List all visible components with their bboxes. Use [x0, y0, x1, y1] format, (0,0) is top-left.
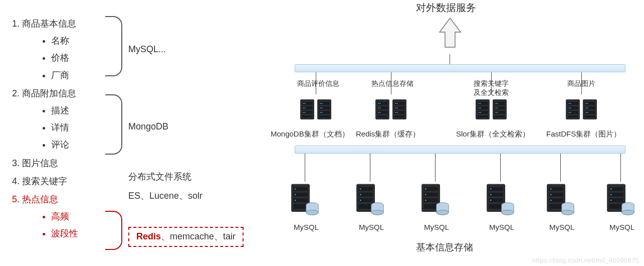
svg-point-26 [379, 103, 380, 104]
db-label: MySQL [419, 223, 454, 231]
svg-point-20 [320, 112, 321, 113]
cluster-sub-label: Slor集群（全文检索） [456, 129, 530, 139]
cluster-sub-label: Redis集群（缓存） [356, 129, 420, 139]
svg-point-18 [321, 107, 322, 108]
db-server-icon [355, 181, 385, 222]
svg-point-3 [303, 103, 304, 104]
db-server-icon [605, 181, 635, 222]
outline-sub: 高频 [51, 208, 225, 225]
svg-point-40 [396, 107, 397, 108]
arch-top-title: 对外数据服务 [416, 1, 476, 15]
svg-point-138 [562, 210, 574, 215]
db-server-icon [485, 181, 515, 222]
svg-point-103 [360, 194, 361, 195]
connector-line [305, 154, 305, 182]
db-server-icon [290, 181, 320, 222]
svg-point-75 [568, 112, 569, 113]
svg-point-86 [585, 112, 586, 113]
svg-rect-33 [377, 115, 388, 118]
watermark: https://blog.csdn.net/m0_46090675 [532, 256, 639, 264]
svg-point-29 [379, 107, 380, 108]
outline-item-3: 图片信息 [22, 155, 225, 172]
svg-rect-106 [359, 204, 373, 209]
svg-point-36 [395, 103, 396, 104]
svg-point-76 [570, 112, 571, 113]
tech-label-mysql: MySQL... [128, 44, 166, 55]
bus-bar-top [295, 64, 625, 72]
connector-line [500, 154, 501, 182]
svg-point-64 [495, 112, 496, 113]
svg-point-98 [306, 210, 318, 215]
svg-rect-126 [489, 204, 503, 209]
redis-highlight: Redis [136, 231, 161, 241]
db-label: MySQL [289, 223, 324, 231]
svg-rect-66 [495, 115, 505, 118]
svg-point-10 [304, 112, 305, 113]
svg-point-15 [321, 103, 322, 104]
outline-sub: 评论 [51, 136, 225, 153]
bus-bar-bottom [295, 146, 625, 154]
cluster-top-label: 商品评价信息 [291, 79, 346, 88]
connector-line [620, 154, 621, 182]
cluster-sub-label: FastDFS集群（图片） [546, 129, 621, 139]
svg-point-6 [303, 107, 304, 108]
outline-item-1: 商品基本信息 名称 价格 厂商 [22, 15, 225, 84]
db-server-icon [420, 181, 450, 222]
svg-point-21 [321, 112, 322, 113]
svg-point-108 [371, 210, 383, 215]
svg-point-145 [610, 200, 612, 201]
svg-point-70 [570, 103, 571, 104]
db-label: MySQL [604, 223, 639, 231]
svg-point-39 [395, 107, 396, 108]
svg-point-31 [378, 112, 379, 113]
svg-point-118 [437, 210, 449, 215]
svg-point-62 [497, 107, 498, 108]
svg-rect-11 [302, 115, 313, 118]
outline-title: 图片信息 [22, 158, 58, 168]
connector-line [370, 154, 370, 182]
server-pair-icon [475, 94, 507, 124]
svg-point-50 [478, 107, 479, 108]
cluster-top-label: 热点信息存储 [365, 79, 420, 88]
svg-rect-116 [424, 204, 438, 209]
cluster-top-label: 商品图片 [556, 79, 606, 88]
svg-point-135 [550, 200, 552, 201]
redis-rest: 、memcache、tair [161, 231, 236, 241]
svg-point-101 [360, 188, 361, 190]
server-pair-icon [565, 94, 597, 124]
svg-point-80 [585, 103, 586, 104]
outline-item-4: 搜索关键字 [22, 173, 225, 190]
svg-point-111 [425, 188, 426, 190]
outline-title: 商品基本信息 [22, 19, 76, 29]
svg-point-115 [425, 200, 426, 201]
svg-point-93 [295, 194, 296, 195]
brace-icon [105, 94, 122, 155]
svg-point-58 [495, 103, 496, 104]
svg-point-84 [587, 107, 588, 108]
svg-point-131 [550, 188, 552, 190]
connector-line [560, 154, 561, 182]
svg-point-59 [497, 103, 498, 104]
outline-sub: 厂商 [51, 67, 225, 84]
outline-sub: 描述 [51, 102, 225, 119]
outline-title: 搜索关键字 [22, 176, 67, 186]
svg-point-14 [320, 103, 321, 104]
tech-label-redis-box: Redis、memcache、tair [128, 227, 244, 247]
svg-point-95 [295, 200, 296, 201]
svg-rect-88 [585, 115, 595, 118]
svg-point-133 [550, 194, 552, 195]
svg-point-48 [480, 103, 481, 104]
svg-point-51 [480, 107, 481, 108]
brace-icon [105, 211, 122, 250]
svg-point-47 [478, 103, 479, 104]
connector-line [450, 54, 450, 64]
svg-point-105 [360, 200, 361, 201]
svg-rect-96 [294, 204, 308, 209]
svg-point-7 [304, 107, 305, 108]
arrow-up-icon [439, 17, 462, 57]
svg-rect-44 [394, 115, 405, 118]
db-server-icon [545, 181, 575, 222]
svg-rect-146 [609, 204, 623, 209]
tech-label-dfs: 分布式文件系统 [128, 171, 191, 183]
svg-point-65 [497, 112, 498, 113]
